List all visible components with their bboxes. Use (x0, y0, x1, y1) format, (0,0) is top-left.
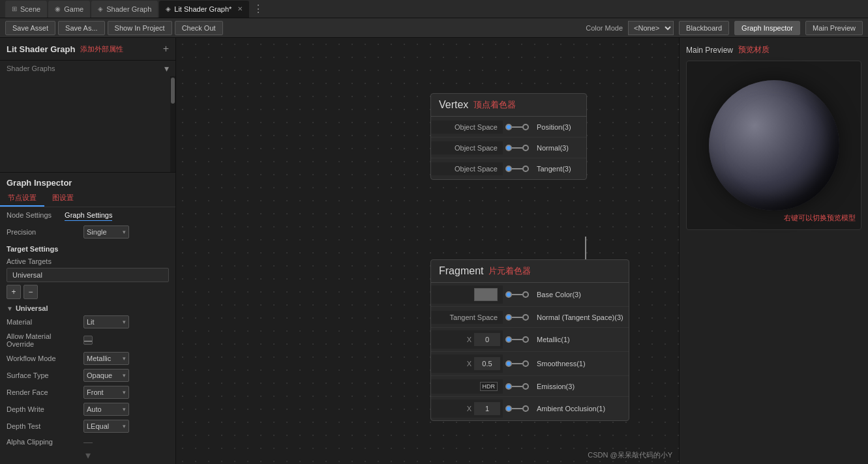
alpha-clipping-label: Alpha Clipping (7, 438, 78, 446)
ao-connector (503, 405, 531, 412)
vertex-title: Vertex (439, 99, 468, 111)
scroll-thumb[interactable] (171, 78, 175, 104)
preview-header: Main Preview 预览材质 (686, 44, 861, 55)
save-asset-button[interactable]: Save Asset (5, 21, 55, 35)
surface-type-arrow: ▾ (123, 372, 126, 379)
normal-dot-left (505, 145, 512, 151)
graph-settings-label[interactable]: Graph Settings (65, 210, 112, 221)
metallic-dot-right (522, 336, 529, 343)
material-dropdown[interactable]: Lit ▾ (83, 315, 129, 328)
tangent-port-name: Tangent(3) (531, 162, 586, 175)
workflow-row: Workflow Mode Metallic ▾ (0, 350, 175, 367)
left-panel: Lit Shader Graph 添加外部属性 + Shader Graphs … (0, 38, 176, 464)
gi-tabs: 节点设置 图设置 (0, 190, 175, 207)
preview-hint: 右键可以切换预览模型 (784, 213, 856, 223)
metallic-connector (503, 336, 531, 343)
render-face-arrow: ▾ (123, 389, 126, 396)
node-settings-label[interactable]: Node Settings (7, 210, 52, 221)
metallic-row: X Metallic(1) (431, 328, 629, 352)
base-color-row: Base Color(3) (431, 283, 629, 307)
base-color-left (431, 285, 503, 304)
normal-connector (503, 145, 531, 151)
tab-close-icon[interactable]: ✕ (237, 5, 243, 12)
fragment-title-chinese: 片元着色器 (488, 265, 531, 277)
main-preview-title: Main Preview (686, 46, 733, 55)
preview-sphere-container[interactable]: 右键可以切换预览模型 (686, 61, 861, 230)
position-dot-left (505, 124, 512, 130)
depth-test-row: Depth Test LEqual ▾ (0, 418, 175, 435)
tab-shader-graph[interactable]: ◈ Shader Graph (91, 1, 158, 18)
universal-box: Universal (7, 268, 169, 282)
precision-dropdown-arrow: ▾ (123, 229, 126, 235)
smoothness-input[interactable] (474, 357, 500, 370)
canvas-area[interactable]: Vertex 顶点着色器 Object Space Position(3) Ob… (176, 38, 679, 464)
normal-left-label: Object Space (431, 141, 503, 154)
show-in-project-button[interactable]: Show In Project (108, 21, 172, 35)
vertex-node: Vertex 顶点着色器 Object Space Position(3) Ob… (430, 93, 587, 180)
vertex-title-chinese: 顶点着色器 (473, 99, 516, 111)
precision-label: Precision (7, 228, 78, 236)
metallic-input[interactable] (474, 333, 500, 346)
ao-line (512, 408, 522, 409)
lit-shader-graph-title: Lit Shader Graph (7, 44, 75, 54)
depth-test-label: Depth Test (7, 422, 78, 430)
ao-dot-left (505, 405, 512, 412)
tab-lit-shader-graph[interactable]: ◈ Lit Shader Graph* ✕ (159, 1, 249, 18)
main-preview-button[interactable]: Main Preview (805, 21, 863, 35)
graph-inspector-button[interactable]: Graph Inspector (734, 21, 800, 35)
smoothness-line (512, 363, 522, 364)
allow-override-checkbox[interactable]: — (83, 336, 93, 345)
ao-x-label: X (464, 405, 474, 413)
metallic-left: X (431, 330, 503, 349)
panel-scroll-down-icon[interactable]: ▾ (0, 449, 175, 461)
vertex-normal-row: Object Space Normal(3) (431, 138, 586, 158)
left-panel-header: Lit Shader Graph 添加外部属性 + (0, 38, 175, 61)
ao-input[interactable] (474, 402, 500, 415)
emission-line (512, 386, 522, 387)
tab-scene[interactable]: ⊞ Scene (5, 1, 47, 18)
render-face-dropdown[interactable]: Front ▾ (83, 386, 129, 399)
frag-normal-port-name: Normal (Tangent Space)(3) (531, 311, 629, 324)
check-out-button[interactable]: Check Out (175, 21, 223, 35)
frag-normal-connector (503, 314, 531, 321)
base-color-connector (503, 291, 531, 298)
tab-game[interactable]: ◉ Game (48, 1, 90, 18)
tab-node-settings[interactable]: 节点设置 (0, 190, 44, 207)
color-mode-select[interactable]: <None> (628, 21, 674, 35)
blackboard-button[interactable]: Blackboard (679, 21, 729, 35)
precision-row: Precision Single ▾ (0, 224, 175, 240)
toolbar: Save Asset Save As... Show In Project Ch… (0, 18, 868, 38)
material-row: Material Lit ▾ (0, 313, 175, 330)
depth-write-dropdown[interactable]: Auto ▾ (83, 403, 129, 416)
universal-collapse-icon: ▼ (7, 305, 13, 312)
emission-row: HDR Emission(3) (431, 376, 629, 397)
shader-graphs-dropdown-icon[interactable]: ▾ (164, 63, 169, 74)
gi-tab-labels: Node Settings Graph Settings (0, 210, 175, 221)
depth-test-dropdown[interactable]: LEqual ▾ (83, 420, 129, 433)
csdn-watermark: CSDN @呆呆敲代码的小Y (588, 450, 672, 460)
ao-row: X Ambient Occlusion(1) (431, 397, 629, 420)
add-plus-button[interactable]: + (163, 43, 169, 55)
active-targets-label: Active Targets (7, 256, 169, 267)
tangent-dot-right (522, 166, 529, 172)
metallic-x-label: X (464, 336, 474, 343)
base-color-box[interactable] (474, 288, 498, 301)
position-connector (503, 124, 531, 130)
left-panel-scroll[interactable] (0, 76, 175, 172)
tab-graph-settings[interactable]: 图设置 (44, 190, 82, 207)
universal-label: Universal (16, 304, 48, 312)
universal-header[interactable]: ▼ Universal (0, 303, 175, 313)
surface-type-dropdown[interactable]: Opaque ▾ (83, 369, 129, 382)
base-color-line (512, 294, 522, 295)
base-color-dot-left (505, 291, 512, 298)
add-target-button[interactable]: + (7, 285, 21, 299)
add-external-button[interactable]: 添加外部属性 (80, 44, 123, 54)
workflow-dropdown[interactable]: Metallic ▾ (83, 352, 129, 365)
active-targets-row: Active Targets Universal (0, 255, 175, 283)
ao-left: X (431, 399, 503, 418)
precision-dropdown[interactable]: Single ▾ (83, 225, 129, 239)
remove-target-button[interactable]: − (23, 285, 38, 299)
base-color-dot-right (522, 291, 529, 298)
more-tabs-icon[interactable]: ⋮ (253, 3, 263, 15)
save-as-button[interactable]: Save As... (58, 21, 105, 35)
